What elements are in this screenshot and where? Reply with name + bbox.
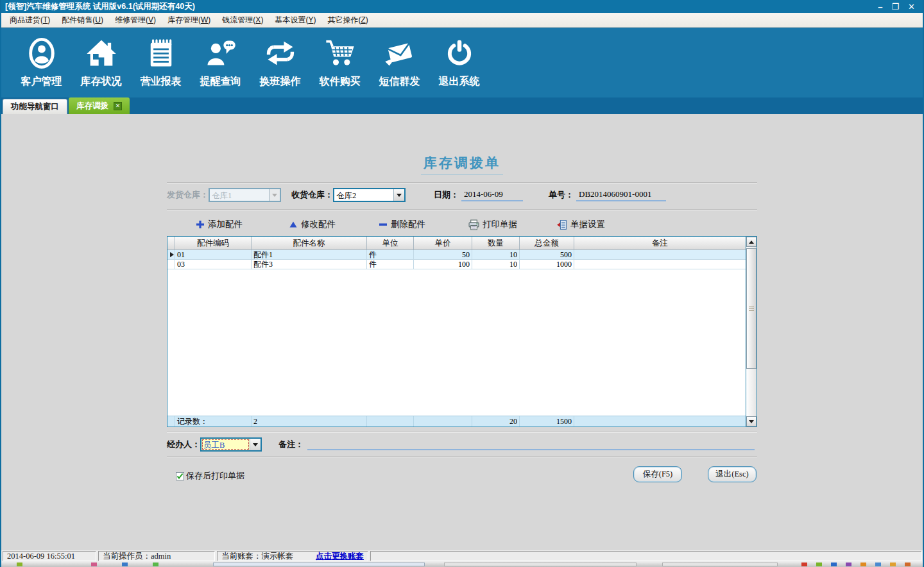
vertical-scrollbar[interactable] bbox=[746, 237, 757, 427]
scroll-down-button[interactable] bbox=[746, 416, 757, 427]
operator-combobox[interactable]: 员工B bbox=[200, 437, 262, 452]
table-row[interactable]: 03 配件3 件 100 10 1000 bbox=[167, 260, 746, 269]
footer-selector-cell bbox=[167, 416, 175, 427]
order-no-label: 单号： bbox=[549, 189, 574, 201]
cell-unit-price: 50 bbox=[414, 250, 472, 259]
scrollbar-track[interactable] bbox=[746, 247, 757, 416]
menu-label: 配件销售 bbox=[62, 15, 92, 26]
table-empty-area bbox=[167, 269, 746, 416]
inventory-icon bbox=[85, 37, 118, 72]
menu-inventory-management[interactable]: 库存管理W bbox=[162, 13, 216, 27]
checkbox-label: 保存后打印单据 bbox=[186, 470, 244, 482]
footer-empty-cell bbox=[414, 416, 472, 427]
table-row[interactable]: 01 配件1 件 50 10 500 bbox=[167, 250, 746, 260]
table-footer-row: 记录数： 2 20 1500 bbox=[167, 416, 746, 427]
separator bbox=[167, 209, 757, 210]
close-button[interactable]: ✕ bbox=[908, 3, 915, 11]
date-label: 日期： bbox=[434, 189, 459, 201]
footer-empty-cell bbox=[367, 416, 414, 427]
window-controls: – ❐ ✕ bbox=[878, 3, 919, 11]
arrow-down-icon bbox=[749, 420, 754, 423]
minimize-button[interactable]: – bbox=[878, 3, 882, 11]
tab-label: 库存调拨 bbox=[76, 101, 108, 112]
windows-taskbar[interactable] bbox=[1, 562, 923, 567]
tray-icon bbox=[875, 563, 881, 566]
column-header-total-amount[interactable]: 总金额 bbox=[520, 237, 574, 250]
footer-empty-cell bbox=[574, 416, 746, 427]
record-count-label: 记录数： bbox=[175, 416, 252, 427]
action-label: 删除配件 bbox=[391, 219, 425, 230]
menu-other-operations[interactable]: 其它操作Z bbox=[321, 13, 373, 27]
toolbar-label: 短信群发 bbox=[379, 75, 420, 89]
menu-repair-management[interactable]: 维修管理V bbox=[109, 13, 162, 27]
to-warehouse-combobox[interactable]: 仓库2 bbox=[333, 188, 406, 202]
tab-close-icon[interactable]: ✕ bbox=[114, 102, 122, 110]
tray-icon bbox=[860, 563, 866, 566]
restore-button[interactable]: ❐ bbox=[891, 3, 899, 11]
toolbar-shift-change[interactable]: 换班操作 bbox=[250, 31, 310, 94]
column-header-unit[interactable]: 单位 bbox=[367, 237, 414, 250]
taskbar-icon bbox=[17, 563, 22, 566]
scroll-up-button[interactable] bbox=[746, 237, 757, 247]
tab-function-navigation[interactable]: 功能导航窗口 bbox=[3, 99, 67, 114]
menu-label: 商品进货 bbox=[10, 15, 40, 26]
delete-part-button[interactable]: 删除配件 bbox=[379, 217, 425, 232]
exit-button[interactable]: 退出(Esc) bbox=[708, 466, 757, 482]
column-header-note[interactable]: 备注 bbox=[574, 237, 746, 250]
cell-note bbox=[574, 250, 746, 259]
toolbar-business-report[interactable]: 营业报表 bbox=[131, 31, 191, 94]
save-button[interactable]: 保存(F5) bbox=[633, 466, 682, 482]
toolbar-sms-broadcast[interactable]: 短信群发 bbox=[370, 31, 429, 94]
add-part-button[interactable]: 添加配件 bbox=[196, 217, 243, 232]
content-area: 库存调拨单 发货仓库： 仓库1 收货仓库： 仓库2 日期： 2014-06-09… bbox=[1, 114, 923, 550]
action-label: 添加配件 bbox=[208, 219, 243, 230]
tab-inventory-transfer[interactable]: 库存调拨 ✕ bbox=[69, 97, 130, 114]
menu-parts-sales[interactable]: 配件销售U bbox=[56, 13, 109, 27]
edit-part-button[interactable]: 修改配件 bbox=[289, 217, 336, 232]
remark-field[interactable] bbox=[307, 439, 755, 450]
column-header-quantity[interactable]: 数量 bbox=[472, 237, 520, 250]
bottom-row: 保存后打印单据 保存(F5) 退出(Esc) bbox=[167, 465, 757, 486]
toolbar-exit-system[interactable]: 退出系统 bbox=[429, 31, 489, 94]
toolbar-customer-management[interactable]: 客户管理 bbox=[12, 31, 71, 94]
tray-icon bbox=[905, 563, 911, 566]
print-order-button[interactable]: 打印单据 bbox=[468, 217, 517, 232]
row-selector-header bbox=[167, 237, 175, 250]
menu-goods-purchase[interactable]: 商品进货T bbox=[4, 13, 56, 27]
toolbar-reminder-query[interactable]: 提醒查询 bbox=[191, 31, 250, 94]
column-header-part-name[interactable]: 配件名称 bbox=[252, 237, 367, 250]
cell-part-code: 01 bbox=[175, 250, 252, 259]
column-header-part-code[interactable]: 配件编码 bbox=[175, 237, 252, 250]
cell-unit: 件 bbox=[367, 260, 414, 269]
customer-icon bbox=[25, 37, 58, 72]
from-warehouse-value: 仓库1 bbox=[210, 189, 269, 201]
switch-account-link[interactable]: 点击更换账套 bbox=[316, 551, 364, 562]
cell-quantity: 10 bbox=[472, 260, 520, 269]
print-after-save-checkbox[interactable]: 保存后打印单据 bbox=[176, 470, 244, 482]
inventory-transfer-form: 库存调拨单 发货仓库： 仓库1 收货仓库： 仓库2 日期： 2014-06-09… bbox=[167, 154, 757, 486]
toolbar-inventory-status[interactable]: 库存状况 bbox=[71, 31, 131, 94]
menu-cash-flow[interactable]: 钱流管理X bbox=[216, 13, 269, 27]
menu-hotkey: Z bbox=[358, 15, 368, 24]
titlebar: [领智]汽车维修管理系统 试用版v6.1(试用期还有40天) – ❐ ✕ bbox=[1, 0, 923, 13]
shift-swap-icon bbox=[264, 37, 297, 72]
order-settings-button[interactable]: 单据设置 bbox=[556, 217, 605, 232]
operator-row: 经办人： 员工B 备注： bbox=[167, 433, 757, 456]
taskbar-icon bbox=[153, 563, 158, 566]
order-no-field[interactable]: DB2014060901-0001 bbox=[576, 189, 666, 201]
menu-basic-settings[interactable]: 基本设置Y bbox=[269, 13, 321, 27]
date-field[interactable]: 2014-06-09 bbox=[461, 189, 523, 201]
tray-icon bbox=[801, 563, 807, 566]
toolbar-software-purchase[interactable]: 软件购买 bbox=[310, 31, 370, 94]
status-account: 当前账套：演示帐套 点击更换账套 bbox=[217, 551, 368, 561]
cell-part-code: 03 bbox=[175, 260, 252, 269]
scrollbar-thumb[interactable] bbox=[746, 248, 757, 369]
triangle-icon bbox=[289, 220, 298, 229]
chevron-down-icon[interactable] bbox=[393, 189, 404, 201]
operator-value: 员工B bbox=[201, 439, 250, 450]
column-header-unit-price[interactable]: 单价 bbox=[414, 237, 472, 250]
chevron-down-icon[interactable] bbox=[250, 439, 261, 450]
taskbar-task-button bbox=[213, 563, 425, 566]
menu-label: 维修管理 bbox=[115, 15, 146, 26]
toolbar-label: 营业报表 bbox=[141, 75, 182, 89]
